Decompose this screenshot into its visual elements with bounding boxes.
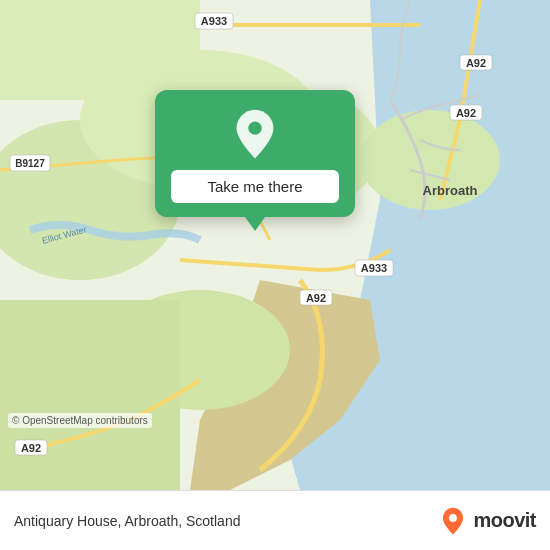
location-label: Antiquary House, Arbroath, Scotland <box>14 513 240 529</box>
take-me-there-button[interactable]: Take me there <box>171 170 339 203</box>
svg-text:A933: A933 <box>361 262 387 274</box>
svg-text:A933: A933 <box>201 15 227 27</box>
bottom-bar: Antiquary House, Arbroath, Scotland moov… <box>0 490 550 550</box>
svg-text:A92: A92 <box>456 107 476 119</box>
svg-text:Arbroath: Arbroath <box>423 183 478 198</box>
svg-rect-10 <box>0 300 180 490</box>
location-pin-icon <box>229 108 281 160</box>
svg-point-33 <box>450 514 458 522</box>
moovit-pin-icon <box>439 507 467 535</box>
svg-text:B9127: B9127 <box>15 158 45 169</box>
svg-text:A92: A92 <box>21 442 41 454</box>
svg-point-32 <box>248 121 261 134</box>
moovit-logo: moovit <box>439 507 536 535</box>
svg-text:A92: A92 <box>306 292 326 304</box>
svg-text:A92: A92 <box>466 57 486 69</box>
map-container: A933 A92 A92 B9127 B912 A933 A92 A92 Arb… <box>0 0 550 490</box>
moovit-wordmark: moovit <box>473 509 536 532</box>
osm-attribution: © OpenStreetMap contributors <box>8 413 152 428</box>
svg-rect-9 <box>0 0 200 100</box>
popup-card: Take me there <box>155 90 355 217</box>
